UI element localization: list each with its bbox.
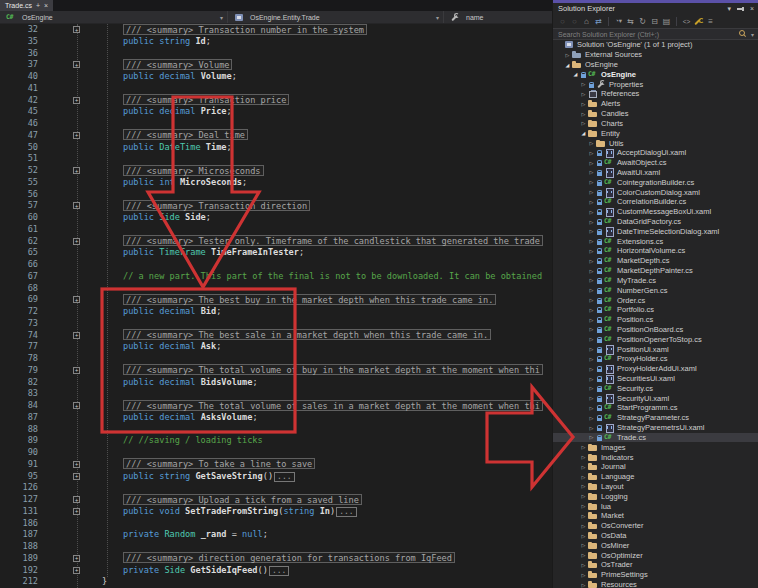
expand-region-icon[interactable] <box>73 26 80 33</box>
expand-region-icon[interactable] <box>73 473 80 480</box>
view-code-icon[interactable]: <> <box>681 15 692 27</box>
expand-arrow-icon[interactable]: ▷ <box>588 199 595 205</box>
tree-item-osminer[interactable]: ▷OsMiner <box>553 540 758 550</box>
expand-arrow-icon[interactable]: ▷ <box>580 552 587 558</box>
expand-arrow-icon[interactable]: ▷ <box>580 111 587 117</box>
tree-item-osdata[interactable]: ▷OsData <box>553 531 758 541</box>
close-icon[interactable]: × <box>750 5 754 12</box>
tree-item-awaitui-xaml[interactable]: ▷AwaitUi.xaml <box>553 168 758 178</box>
tree-item-images[interactable]: ▷Images <box>553 442 758 452</box>
expand-arrow-icon[interactable]: ▷ <box>588 326 595 332</box>
pending-changes-filter-icon[interactable]: ◔▾ <box>613 15 624 27</box>
tree-item-startprogramm-cs[interactable]: ▷StartProgramm.cs <box>553 403 758 413</box>
collapse-arrow-icon[interactable]: ◢ <box>564 62 571 68</box>
expand-region-icon[interactable] <box>73 61 80 68</box>
collapse-arrow-icon[interactable]: ◢ <box>580 130 587 136</box>
breadcrumb-project-dropdown[interactable]: OsEngine ▾ <box>0 11 228 23</box>
expand-arrow-icon[interactable]: ▷ <box>580 483 587 489</box>
expand-arrow-icon[interactable]: ▷ <box>588 307 595 313</box>
expand-arrow-icon[interactable]: ▷ <box>580 444 587 450</box>
tree-item-marketdepth-cs[interactable]: ▷MarketDepth.cs <box>553 256 758 266</box>
tree-item-acceptdialogui-xaml[interactable]: ▷AcceptDialogUi.xaml <box>553 148 758 158</box>
tree-item-alerts[interactable]: ▷Alerts <box>553 99 758 109</box>
expand-arrow-icon[interactable]: ▷ <box>580 91 587 97</box>
expand-arrow-icon[interactable]: ▷ <box>588 434 595 440</box>
tree-item-lua[interactable]: ▷lua <box>553 501 758 511</box>
tree-item-portfolio-cs[interactable]: ▷Portfolio.cs <box>553 305 758 315</box>
expand-arrow-icon[interactable]: ▷ <box>588 209 595 215</box>
tree-item-journal[interactable]: ▷Journal <box>553 462 758 472</box>
breadcrumb-type-dropdown[interactable]: OsEngine.Entity.Trade ▾ <box>228 11 444 23</box>
collapsed-summary-comment[interactable]: /// <summary> Transaction number in the … <box>123 24 367 35</box>
expand-region-icon[interactable] <box>73 508 80 515</box>
tree-item-security-cs[interactable]: ▷Security.cs <box>553 383 758 393</box>
tree-item-ostrader[interactable]: ▷OsTrader <box>553 560 758 570</box>
expand-arrow-icon[interactable]: ▷ <box>580 120 587 126</box>
collapsed-summary-comment[interactable]: /// <summary> Volume <box>123 59 232 70</box>
expand-arrow-icon[interactable]: ▷ <box>588 385 595 391</box>
expand-arrow-icon[interactable]: ▷ <box>580 542 587 548</box>
window-position-icon[interactable]: ▾ <box>727 5 731 12</box>
collapsed-summary-comment[interactable]: /// <summary> Upload a tick from a saved… <box>123 494 362 505</box>
expand-arrow-icon[interactable]: ▷ <box>588 317 595 323</box>
tree-item-securityui-xaml[interactable]: ▷SecurityUi.xaml <box>553 393 758 403</box>
tree-item-proxyholder-cs[interactable]: ▷ProxyHolder.cs <box>553 354 758 364</box>
collapsed-body-icon[interactable]: ... <box>269 566 289 576</box>
expand-arrow-icon[interactable]: ▷ <box>588 219 595 225</box>
chevron-down-icon[interactable]: ▾ <box>751 31 754 38</box>
tree-item-entity[interactable]: ◢Entity <box>553 128 758 138</box>
expand-arrow-icon[interactable]: ▷ <box>580 474 587 480</box>
expand-arrow-icon[interactable]: ▷ <box>588 297 595 303</box>
collapsed-body-icon[interactable]: ... <box>274 472 294 482</box>
expand-arrow-icon[interactable]: ▷ <box>588 287 595 293</box>
tree-item-market[interactable]: ▷Market <box>553 511 758 521</box>
collapsed-summary-comment[interactable]: /// <summary> The total volume of sales … <box>123 400 543 411</box>
tree-item-osconverter[interactable]: ▷OsConverter <box>553 521 758 531</box>
solution-explorer-titlebar[interactable]: Solution Explorer ▾ × <box>553 3 758 14</box>
expand-arrow-icon[interactable]: ▷ <box>588 189 595 195</box>
expand-arrow-icon[interactable]: ▷ <box>588 356 595 362</box>
tree-item-datagridfactory-cs[interactable]: ▷DataGridFactory.cs <box>553 217 758 227</box>
expand-region-icon[interactable] <box>73 496 80 503</box>
expand-arrow-icon[interactable]: ▷ <box>588 150 595 156</box>
tree-item-logging[interactable]: ▷Logging <box>553 491 758 501</box>
collapsed-summary-comment[interactable]: /// <summary> Transaction price <box>123 94 289 105</box>
tree-item-datetimeselectiondialog-xaml[interactable]: ▷DateTimeSelectionDialog.xaml <box>553 226 758 236</box>
expand-region-icon[interactable] <box>73 367 80 374</box>
expand-arrow-icon[interactable]: ▷ <box>588 179 595 185</box>
tree-item-language[interactable]: ▷Language <box>553 472 758 482</box>
expand-region-icon[interactable] <box>73 296 80 303</box>
expand-arrow-icon[interactable]: ▷ <box>588 366 595 372</box>
tab-trade-cs[interactable]: Trade.cs + × <box>0 0 53 11</box>
close-icon[interactable]: × <box>44 2 48 9</box>
expand-region-icon[interactable] <box>73 402 80 409</box>
collapsed-body-icon[interactable]: ... <box>336 507 356 517</box>
tree-item-securitiesui-xaml[interactable]: ▷SecuritiesUi.xaml <box>553 374 758 384</box>
expand-arrow-icon[interactable]: ▷ <box>580 464 587 470</box>
expand-arrow-icon[interactable]: ▷ <box>588 258 595 264</box>
tree-item-indicators[interactable]: ▷Indicators <box>553 452 758 462</box>
expand-arrow-icon[interactable]: ▷ <box>588 140 595 146</box>
expand-arrow-icon[interactable]: ▷ <box>588 277 595 283</box>
expand-region-icon[interactable] <box>73 202 80 209</box>
tree-item-marketdepthpainter-cs[interactable]: ▷MarketDepthPainter.cs <box>553 266 758 276</box>
tree-item-strategyparemetrsui-xaml[interactable]: ▷StrategyParemetrsUi.xaml <box>553 423 758 433</box>
pin-icon[interactable]: + <box>36 2 40 9</box>
collapsed-summary-comment[interactable]: /// <summary> The best sale in a market … <box>123 329 491 340</box>
expand-arrow-icon[interactable]: ▷ <box>588 405 595 411</box>
tree-item-awaitobject-cs[interactable]: ▷AwaitObject.cs <box>553 158 758 168</box>
tree-item-solution-osengine-1-of-1-project-[interactable]: Solution 'OsEngine' (1 of 1 project) <box>553 40 758 50</box>
expand-arrow-icon[interactable]: ▷ <box>588 425 595 431</box>
collapsed-summary-comment[interactable]: /// <summary> Microseconds <box>123 165 264 176</box>
expand-region-icon[interactable] <box>73 167 80 174</box>
expand-arrow-icon[interactable]: ▷ <box>580 562 587 568</box>
expand-arrow-icon[interactable]: ▷ <box>580 101 587 107</box>
sync-with-active-document-icon[interactable]: ⇄ <box>593 15 604 27</box>
expand-arrow-icon[interactable]: ▷ <box>588 395 595 401</box>
expand-arrow-icon[interactable]: ▷ <box>588 376 595 382</box>
collapse-all-icon[interactable]: ⊟ <box>649 15 660 27</box>
code-viewport[interactable]: 32/// <summary> Transaction number in th… <box>0 24 552 588</box>
search-icon[interactable] <box>738 30 746 38</box>
collapsed-summary-comment[interactable]: /// <summary> To take a line to save <box>123 458 315 469</box>
tree-item-numbergen-cs[interactable]: ▷NumberGen.cs <box>553 285 758 295</box>
